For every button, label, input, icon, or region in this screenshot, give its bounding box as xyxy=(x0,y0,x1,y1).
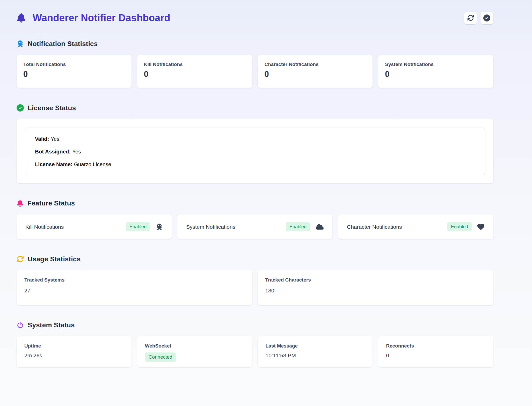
stat-card-character-notifications: Character Notifications 0 xyxy=(258,55,373,88)
section-heading: Usage Statistics xyxy=(28,255,81,263)
stat-label: Kill Notifications xyxy=(144,62,245,67)
system-value: 2m 26s xyxy=(24,352,124,359)
license-field-value: Guarzo License xyxy=(74,161,111,167)
usage-value: 27 xyxy=(24,287,245,294)
section-usage-statistics: Usage Statistics xyxy=(17,255,493,263)
feature-label: Character Notifications xyxy=(347,224,447,230)
feature-status-grid: Kill Notifications Enabled System Notifi… xyxy=(17,215,493,239)
license-field-bot-assigned: Bot Assigned:Yes xyxy=(35,149,475,155)
status-badge: Enabled xyxy=(126,222,150,231)
stat-value: 0 xyxy=(385,70,486,79)
dashboard-page: Wanderer Notifier Dashboard Notification… xyxy=(17,0,493,367)
usage-label: Tracked Characters xyxy=(265,277,486,283)
system-card-reconnects: Reconnects 0 xyxy=(378,336,493,367)
usage-stats-grid: Tracked Systems 27 Tracked Characters 13… xyxy=(17,270,493,305)
status-badge: Enabled xyxy=(447,222,472,231)
section-feature-status: Feature Status xyxy=(17,199,493,208)
license-details-box: Valid:Yes Bot Assigned:Yes License Name:… xyxy=(25,128,485,175)
feature-card-character-notifications: Character Notifications Enabled xyxy=(338,215,493,239)
system-card-last-message: Last Message 10:11:53 PM xyxy=(258,336,373,367)
skull-crossbones-icon xyxy=(156,223,163,230)
check-status-button[interactable] xyxy=(480,12,493,24)
feature-card-kill-notifications: Kill Notifications Enabled xyxy=(17,215,172,239)
refresh-icon xyxy=(467,14,474,21)
license-field-valid: Valid:Yes xyxy=(35,136,475,142)
stat-card-total-notifications: Total Notifications 0 xyxy=(17,55,132,88)
license-field-license-name: License Name:Guarzo License xyxy=(35,161,475,167)
system-value: 10:11:53 PM xyxy=(266,352,365,359)
check-circle-icon xyxy=(483,14,490,21)
status-badge: Enabled xyxy=(286,222,310,231)
system-label: Uptime xyxy=(24,343,124,349)
stat-value: 0 xyxy=(23,70,125,79)
system-card-websocket: WebSocket Connected xyxy=(137,336,252,367)
connection-status-badge: Connected xyxy=(145,352,176,362)
notification-stats-grid: Total Notifications 0 Kill Notifications… xyxy=(17,55,493,88)
power-icon xyxy=(17,321,24,329)
section-license-status: License Status xyxy=(17,104,493,112)
bell-icon xyxy=(17,13,26,23)
bell-icon xyxy=(17,200,24,207)
license-field-label: License Name: xyxy=(35,161,72,167)
section-notification-statistics: Notification Statistics xyxy=(17,39,493,48)
license-field-value: Yes xyxy=(72,149,81,154)
usage-card-tracked-characters: Tracked Characters 130 xyxy=(258,270,493,305)
system-value: 0 xyxy=(386,352,485,359)
usage-value: 130 xyxy=(265,287,486,294)
license-status-card: Valid:Yes Bot Assigned:Yes License Name:… xyxy=(17,119,493,183)
license-field-label: Valid: xyxy=(35,136,49,142)
system-label: Last Message xyxy=(266,343,365,349)
refresh-icon xyxy=(17,255,24,263)
section-heading: Notification Statistics xyxy=(28,40,98,48)
system-status-grid: Uptime 2m 26s WebSocket Connected Last M… xyxy=(17,336,493,367)
usage-card-tracked-systems: Tracked Systems 27 xyxy=(17,270,252,305)
section-heading: System Status xyxy=(28,321,75,329)
heart-icon xyxy=(477,223,484,230)
stat-value: 0 xyxy=(144,70,245,79)
system-label: WebSocket xyxy=(145,343,244,349)
feature-label: System Notifications xyxy=(186,224,286,230)
stat-label: System Notifications xyxy=(385,62,486,67)
system-label: Reconnects xyxy=(386,343,485,349)
cloud-icon xyxy=(316,224,324,230)
skull-crossbones-icon xyxy=(17,40,24,47)
stat-card-system-notifications: System Notifications 0 xyxy=(378,55,493,88)
section-heading: Feature Status xyxy=(27,199,75,207)
usage-label: Tracked Systems xyxy=(24,277,245,283)
page-title: Wanderer Notifier Dashboard xyxy=(33,12,170,24)
system-card-uptime: Uptime 2m 26s xyxy=(17,336,132,367)
feature-label: Kill Notifications xyxy=(25,224,126,230)
feature-card-system-notifications: System Notifications Enabled xyxy=(177,215,332,239)
stat-card-kill-notifications: Kill Notifications 0 xyxy=(137,55,252,88)
check-circle-icon xyxy=(17,104,24,112)
license-field-label: Bot Assigned: xyxy=(35,149,71,154)
app-header: Wanderer Notifier Dashboard xyxy=(17,10,493,25)
stat-value: 0 xyxy=(265,70,366,79)
license-field-value: Yes xyxy=(51,136,59,142)
refresh-button[interactable] xyxy=(464,12,477,24)
section-heading: License Status xyxy=(28,104,76,112)
stat-label: Total Notifications xyxy=(23,62,125,67)
stat-label: Character Notifications xyxy=(265,62,366,67)
section-system-status: System Status xyxy=(17,321,493,329)
